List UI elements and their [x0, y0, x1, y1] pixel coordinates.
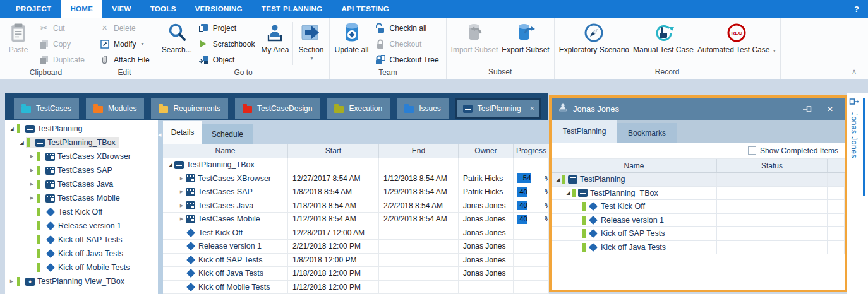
- expander-open-icon[interactable]: ◢: [8, 126, 16, 132]
- table-row-testcases-mobile[interactable]: ▶TestCases Mobile1/12/2018 8:54 AM2/20/2…: [163, 213, 549, 226]
- tree-item-kick-off-sap-tests[interactable]: Kick off SAP Tests: [5, 233, 158, 247]
- workspace-tab-requirements[interactable]: Requirements: [151, 98, 228, 119]
- checkout-tree-button[interactable]: Checkout Tree: [371, 52, 443, 68]
- scratchbook-button[interactable]: Scratchbook: [194, 36, 260, 52]
- table-row-testplanning-tbox[interactable]: ◢TestPlanning_TBox: [163, 158, 549, 172]
- tree-item-testcases-mobile[interactable]: ▶TestCases Mobile: [5, 191, 158, 205]
- tab-details[interactable]: Details: [163, 121, 202, 144]
- menu-view[interactable]: VIEW: [102, 0, 141, 18]
- table-row-testcases-java[interactable]: ▶TestCases Java1/18/2018 8:54 AM2/2/2018…: [163, 199, 549, 213]
- update-all-button[interactable]: Update all: [332, 20, 370, 54]
- expander-closed-icon[interactable]: ▶: [178, 189, 186, 194]
- side-tab-jonas-jones[interactable]: Jonas Jones: [849, 97, 859, 158]
- workspace-tab-issues[interactable]: Issues: [397, 98, 449, 119]
- paste-button[interactable]: Paste: [3, 20, 34, 54]
- expander-open-icon[interactable]: ◢: [166, 162, 174, 168]
- checkout-button[interactable]: Checkout: [371, 36, 443, 52]
- tree-item-test-kick-off[interactable]: Test Kick Off: [5, 205, 158, 219]
- search-button[interactable]: Search...: [160, 20, 194, 54]
- expander-closed-icon[interactable]: ▶: [28, 154, 36, 159]
- delete-button[interactable]: ✕ Delete: [95, 20, 154, 36]
- collapse-left-icon[interactable]: ◀: [158, 132, 161, 138]
- table-row-testcases-sap[interactable]: ▶TestCases SAP1/8/2018 8:54 AM1/29/2018 …: [163, 185, 549, 199]
- show-completed-checkbox[interactable]: [748, 146, 756, 155]
- tab-testplanning[interactable]: TestPlanning: [552, 120, 617, 143]
- copy-button[interactable]: Copy: [34, 36, 89, 52]
- workspace-tab-execution[interactable]: Execution: [327, 98, 390, 119]
- automated-test-case-button[interactable]: REC Automated Test Case ▾: [696, 20, 778, 55]
- tree-item-kick-off-java-tests[interactable]: Kick off Java Tests: [5, 247, 158, 261]
- cell-start: 1/12/2018 8:54 AM: [288, 213, 379, 226]
- pin-icon[interactable]: [797, 105, 817, 113]
- cut-button[interactable]: ✂ Cut: [34, 20, 89, 36]
- workspace-tab-testplanning[interactable]: TestPlanning✕: [455, 98, 541, 119]
- table-row-release-version-1[interactable]: Release version 12/21/2018 12:00 PMJonas…: [163, 240, 549, 254]
- user-row-kick-off-sap-tests[interactable]: Kick off SAP Tests: [552, 227, 845, 241]
- manual-test-case-button[interactable]: Manual Test Case: [631, 20, 696, 54]
- menu-versioning[interactable]: VERSIONING: [186, 0, 252, 18]
- panel-splitter[interactable]: ◀: [158, 120, 163, 294]
- tree-item-testplanning[interactable]: ◢TestPlanning: [5, 122, 158, 136]
- table-row-kick-off-sap-tests[interactable]: Kick off SAP Tests1/8/2018 12:00 PMJonas…: [163, 254, 549, 268]
- section-button[interactable]: Section ▾: [295, 20, 327, 62]
- expander-open-icon[interactable]: ◢: [18, 140, 26, 146]
- attach-file-button[interactable]: Attach File: [95, 52, 154, 68]
- tab-schedule[interactable]: Schedule: [202, 124, 253, 144]
- menu-test-planning[interactable]: TEST PLANNING: [252, 0, 332, 18]
- table-row-kick-off-java-tests[interactable]: Kick off Java Tests1/18/2018 12:00 PMJon…: [163, 267, 549, 281]
- expander-open-icon[interactable]: ◢: [554, 177, 562, 182]
- tree-item-testcases-xbrowser[interactable]: ▶TestCases XBrowser: [5, 150, 158, 163]
- collapse-ribbon-icon[interactable]: ∧: [852, 68, 857, 76]
- tree-item-testplanning-tbox[interactable]: ◢TestPlanning_TBox: [5, 136, 158, 150]
- user-row-testplanning-tbox[interactable]: ◢TestPlanning_TBox: [552, 187, 845, 201]
- export-subset-button[interactable]: Export Subset: [500, 20, 551, 54]
- menu-api-testing[interactable]: API TESTING: [332, 0, 399, 18]
- column-header-name[interactable]: Name: [163, 144, 288, 158]
- tab-bookmarks[interactable]: Bookmarks: [617, 123, 677, 143]
- user-row-release-version-1[interactable]: Release version 1: [552, 214, 845, 228]
- menu-tools[interactable]: TOOLS: [141, 0, 186, 18]
- user-row-kick-off-java-tests[interactable]: Kick off Java Tests: [552, 241, 845, 255]
- column-header-end[interactable]: End: [379, 144, 459, 158]
- tree-item-testcases-sap[interactable]: ▶TestCases SAP: [5, 163, 158, 177]
- workspace-tab-testcases[interactable]: TestCases: [14, 98, 79, 119]
- column-header-start[interactable]: Start: [288, 144, 379, 158]
- workspace-tab-testcasedesign[interactable]: TestCaseDesign: [235, 98, 320, 119]
- expander-closed-icon[interactable]: ▶: [8, 279, 16, 284]
- close-icon[interactable]: ✕: [822, 105, 838, 114]
- tree-item-kick-off-mobile-tests[interactable]: Kick off Mobile Tests: [5, 261, 158, 274]
- close-icon[interactable]: ✕: [530, 105, 535, 112]
- checkin-all-button[interactable]: Checkin all: [371, 20, 443, 36]
- tree-item-release-version-1[interactable]: Release version 1: [5, 219, 158, 233]
- expander-closed-icon[interactable]: ▶: [178, 176, 186, 181]
- user-row-test-kick-off[interactable]: Test Kick Off: [552, 200, 845, 214]
- object-button[interactable]: Object: [194, 52, 260, 68]
- project-button[interactable]: Project: [194, 20, 260, 36]
- column-header-progress[interactable]: Progress: [514, 144, 549, 158]
- column-header-name[interactable]: Name: [552, 159, 717, 172]
- table-row-test-kick-off[interactable]: Test Kick Off12/28/2017 12:00 AMJonas Jo…: [163, 226, 549, 240]
- tree-item-testcases-java[interactable]: ▶TestCases Java: [5, 177, 158, 191]
- modify-button[interactable]: Modify ▾: [95, 36, 154, 52]
- my-area-button[interactable]: My Area: [259, 20, 291, 54]
- column-header-owner[interactable]: Owner: [459, 144, 514, 158]
- exploratory-scenario-button[interactable]: Exploratory Scenario: [557, 20, 631, 54]
- help-icon[interactable]: ?: [854, 0, 859, 18]
- cell-name: Kick off Java Tests: [163, 267, 288, 280]
- user-row-testplanning[interactable]: ◢TestPlanning: [552, 173, 845, 187]
- workspace-tab-modules[interactable]: Modules: [86, 98, 144, 119]
- table-row-kick-off-mobile-tests[interactable]: Kick off Mobile Tests1/12/2018 12:00 PM: [163, 281, 549, 294]
- duplicate-button[interactable]: Duplicate: [34, 52, 89, 68]
- expander-closed-icon[interactable]: ▶: [178, 203, 186, 208]
- expander-closed-icon[interactable]: ▶: [28, 182, 36, 187]
- menu-home[interactable]: HOME: [61, 0, 102, 18]
- table-row-testcases-xbrowser[interactable]: ▶TestCases XBrowser12/27/2017 8:54 AM1/1…: [163, 172, 549, 186]
- expander-closed-icon[interactable]: ▶: [28, 196, 36, 201]
- menu-project[interactable]: PROJECT: [6, 0, 61, 18]
- column-header-status[interactable]: Status: [717, 159, 828, 172]
- expander-closed-icon[interactable]: ▶: [28, 168, 36, 173]
- import-subset-button[interactable]: Import Subset: [449, 20, 500, 54]
- tree-item-testplanning-view-tbox[interactable]: ▶★TestPlanning View_TBox: [5, 274, 158, 288]
- expander-open-icon[interactable]: ◢: [564, 190, 572, 196]
- expander-closed-icon[interactable]: ▶: [178, 216, 186, 221]
